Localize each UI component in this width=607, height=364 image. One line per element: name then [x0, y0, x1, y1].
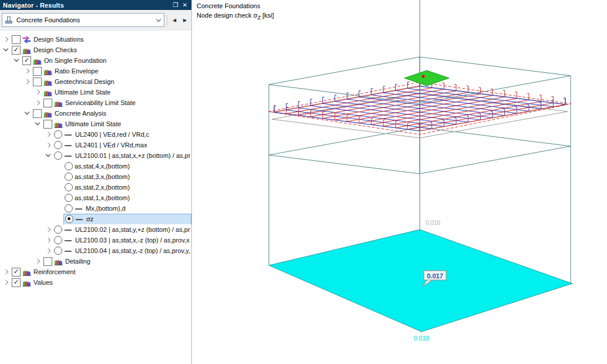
radio-button[interactable]	[65, 194, 73, 202]
expand-icon[interactable]	[45, 225, 53, 234]
value-label-lower: 0.018	[414, 335, 429, 342]
expand-icon[interactable]	[2, 35, 11, 43]
previous-result-button[interactable]: ◀	[170, 14, 179, 26]
dash-icon	[64, 225, 73, 234]
model-viewport[interactable]: Concrete Foundations Node design check σ…	[192, 0, 607, 364]
checkbox[interactable]	[33, 109, 42, 118]
tree-item[interactable]: ✓On Single Foundation	[0, 55, 191, 66]
checkbox[interactable]	[43, 257, 52, 266]
tree-item[interactable]: Geotechnical Design	[0, 76, 191, 87]
radio-button[interactable]	[54, 225, 62, 234]
checkbox[interactable]	[12, 35, 21, 44]
checkbox[interactable]	[33, 77, 42, 86]
tree-item[interactable]: UL2400 | VEd,red / VRd,c	[0, 129, 191, 140]
expand-icon[interactable]	[23, 67, 32, 75]
scene-canvas[interactable]: 0.016 0.017 0.018	[192, 0, 607, 364]
dash-icon	[64, 151, 73, 160]
tree-item-label: UL2100.04 | as,stat,y,-z (top) / as,prov…	[75, 247, 190, 254]
radio-button[interactable]	[65, 183, 73, 191]
tree-item[interactable]: as,stat,1,x,(bottom)	[0, 193, 191, 203]
checkbox[interactable]: ✓	[12, 278, 21, 287]
tree-item[interactable]: Detailing	[0, 256, 191, 267]
tree-item[interactable]: σz	[0, 214, 191, 224]
expand-icon[interactable]	[45, 236, 53, 244]
tree-item[interactable]: Ultimate Limit State	[0, 119, 191, 129]
checkbox[interactable]	[33, 67, 42, 76]
expand-icon[interactable]	[45, 247, 53, 255]
checkbox[interactable]: ✓	[12, 268, 21, 277]
tree-item[interactable]: Concrete Analysis	[0, 108, 191, 119]
results-icon	[54, 257, 63, 265]
tree-item[interactable]: ✓Design Checks	[0, 45, 191, 55]
radio-button[interactable]	[65, 215, 73, 223]
collapse-icon[interactable]	[23, 109, 32, 117]
expand-icon[interactable]	[34, 88, 42, 96]
radio-button[interactable]	[65, 162, 73, 170]
tree-item[interactable]: UL2100.03 | as,stat,x,-z (top) / as,prov…	[0, 235, 191, 245]
radio-button[interactable]	[54, 130, 62, 139]
tree-item[interactable]: Ratio Envelope	[0, 66, 191, 76]
tree-item[interactable]: UL2100.01 | as,stat,x,+z (bottom) / as,p…	[0, 150, 191, 161]
tree-item[interactable]: as,stat,4,x,(bottom)	[0, 161, 191, 171]
collapse-icon[interactable]	[13, 56, 21, 65]
expand-icon[interactable]	[2, 268, 11, 276]
radio-button[interactable]	[54, 247, 62, 255]
tree-item[interactable]: ✓Values	[0, 277, 191, 288]
next-result-button[interactable]: ▶	[180, 14, 190, 26]
collapse-icon[interactable]	[2, 46, 11, 54]
panel-title: Navigator - Results	[3, 2, 171, 9]
toolbar-separator	[167, 15, 167, 25]
panel-titlebar[interactable]: Navigator - Results ❐ ✕	[0, 0, 191, 10]
expander-spacer	[55, 183, 63, 191]
tree-item-label: as,stat,4,x,(bottom)	[75, 163, 130, 170]
radio-button[interactable]	[65, 173, 73, 181]
expand-icon[interactable]	[2, 278, 11, 287]
checkbox[interactable]: ✓	[12, 46, 21, 55]
results-icon	[43, 77, 53, 86]
tree-item[interactable]: UL2100.04 | as,stat,y,-z (top) / as,prov…	[0, 245, 191, 256]
subtitle-text: Node design check σ	[197, 12, 257, 19]
dash-icon	[64, 236, 73, 244]
collapse-icon[interactable]	[45, 151, 53, 160]
tree-item-label: as,stat,3,x,(bottom)	[75, 173, 130, 180]
checkbox[interactable]	[43, 99, 52, 107]
tree-item-label: UL2401 | VEd / VRd,max	[75, 141, 147, 149]
collapse-icon[interactable]	[34, 120, 42, 128]
tree-item-label: UL2100.01 | as,stat,x,+z (bottom) / as,p…	[75, 152, 190, 159]
expand-icon[interactable]	[34, 257, 42, 265]
results-icon	[43, 88, 53, 96]
checkbox[interactable]: ✓	[22, 56, 31, 65]
tree-item[interactable]: as,stat,2,x,(bottom)	[0, 182, 191, 193]
viewport-title: Concrete Foundations	[197, 1, 274, 11]
tree-item-label: σz	[86, 215, 93, 223]
expand-icon[interactable]	[34, 99, 42, 107]
tree-item[interactable]: UL2401 | VEd / VRd,max	[0, 140, 191, 150]
tree-item[interactable]: UL2100.02 | as,stat,y,+z (bottom) / as,p…	[0, 224, 191, 235]
tree-item[interactable]: Design Situations	[0, 34, 191, 45]
expand-icon[interactable]	[45, 141, 53, 149]
dash-icon	[64, 247, 73, 255]
radio-button[interactable]	[54, 151, 62, 160]
expand-icon[interactable]	[23, 77, 32, 86]
tree-item-label: Mx,(bottom),d	[86, 205, 126, 212]
checkbox[interactable]	[43, 120, 52, 129]
tree-item-label: Ratio Envelope	[55, 68, 99, 75]
results-icon	[43, 109, 53, 117]
value-tooltip-text: 0.017	[427, 272, 443, 279]
radio-button[interactable]	[54, 141, 62, 149]
radio-button[interactable]	[54, 236, 62, 244]
tree-item[interactable]: as,stat,3,x,(bottom)	[0, 171, 191, 182]
results-icon	[22, 268, 32, 276]
tree-item[interactable]: ✓Reinforcement	[0, 267, 191, 277]
expand-icon[interactable]	[45, 130, 53, 139]
results-combobox[interactable]: Concrete Foundations	[2, 13, 164, 27]
radio-button[interactable]	[65, 204, 73, 213]
float-window-icon[interactable]: ❐	[171, 1, 180, 9]
tree-item[interactable]: Mx,(bottom),d	[0, 203, 191, 214]
dash-icon	[75, 215, 85, 223]
close-icon[interactable]: ✕	[180, 1, 190, 9]
tree-item[interactable]: Serviceability Limit State	[0, 97, 191, 108]
tree-item[interactable]: Ultimate Limit State	[0, 87, 191, 97]
dash-icon	[64, 130, 73, 139]
chevron-down-icon[interactable]	[156, 17, 161, 23]
